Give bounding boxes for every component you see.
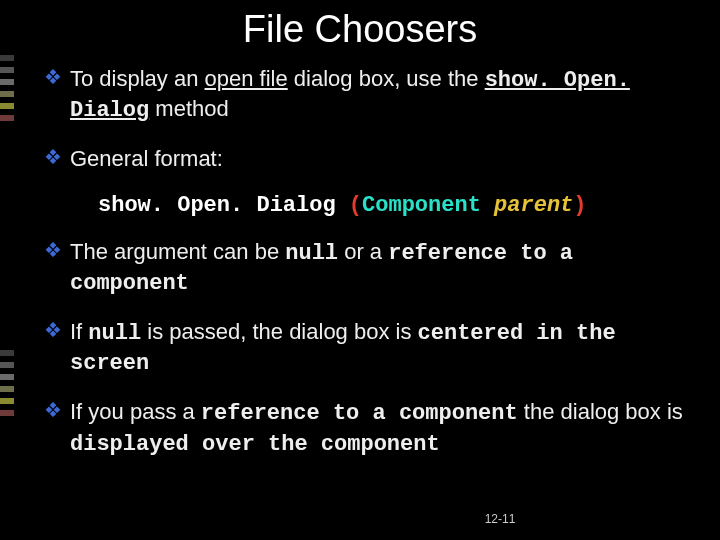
text: If (70, 319, 88, 344)
code-method: show. Open. Dialog (98, 193, 349, 218)
code-text: null (88, 321, 141, 346)
code-line: show. Open. Dialog (Component parent) (98, 193, 690, 219)
bullet-3: The argument can be null or a reference … (44, 238, 690, 298)
bullet-4: If null is passed, the dialog box is cen… (44, 318, 690, 378)
text: To display an (70, 66, 205, 91)
code-paren: ( (349, 193, 362, 218)
code-type: Component (362, 193, 494, 218)
text: General format: (70, 146, 223, 171)
bullet-1: To display an open file dialog box, use … (44, 65, 690, 125)
text: or a (338, 239, 388, 264)
code-text: reference to a component (201, 401, 518, 426)
text: is passed, the dialog box is (141, 319, 417, 344)
page-number: 12-11 (0, 512, 720, 526)
bullet-list: To display an open file dialog box, use … (30, 65, 690, 173)
text: dialog box, use the (288, 66, 485, 91)
slide-title: File Choosers (30, 8, 690, 51)
slide: File Choosers To display an open file di… (0, 0, 720, 540)
code-param: parent (494, 193, 573, 218)
text: The argument can be (70, 239, 285, 264)
text: method (149, 96, 229, 121)
deco-stripes-bottom (0, 350, 14, 422)
bullet-5: If you pass a reference to a component t… (44, 398, 690, 458)
code-paren: ) (573, 193, 586, 218)
bullet-2: General format: (44, 145, 690, 173)
code-text: displayed over the component (70, 432, 440, 457)
deco-stripes-top (0, 55, 14, 127)
text: the dialog box is (518, 399, 683, 424)
bullet-list-2: The argument can be null or a reference … (30, 238, 690, 459)
code-text: null (285, 241, 338, 266)
underline-text: open file (205, 66, 288, 91)
text: If you pass a (70, 399, 201, 424)
